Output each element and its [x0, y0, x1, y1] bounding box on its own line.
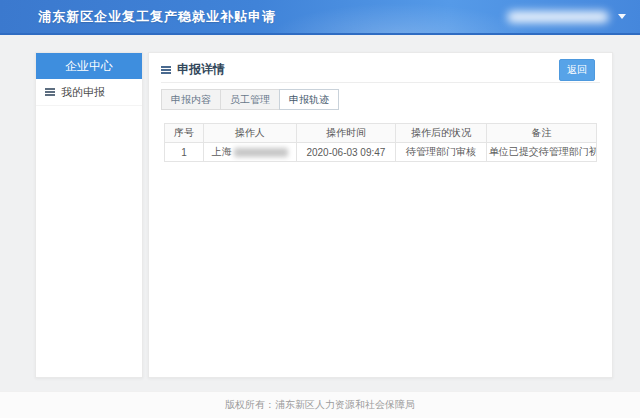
operator-prefix: 上海 [212, 145, 232, 159]
table-row: 1 上海 2020-06-03 09:47 待管理部门审核 单位已提交待管理部门… [165, 143, 597, 162]
page: 浦东新区企业复工复产稳就业补贴申请 企业中心 我的申报 申报详情 返回 申报内容… [0, 0, 640, 418]
sidebar-item-my-declaration[interactable]: 我的申报 [36, 79, 142, 106]
user-menu[interactable] [507, 0, 626, 33]
tab-employee-management[interactable]: 员工管理 [220, 89, 280, 110]
tab-bar: 申报内容 员工管理 申报轨迹 [161, 89, 338, 110]
back-button[interactable]: 返回 [559, 59, 595, 81]
column-header-index: 序号 [165, 124, 204, 143]
tab-declaration-track[interactable]: 申报轨迹 [279, 89, 339, 110]
sidebar: 企业中心 我的申报 [35, 52, 143, 378]
app-header: 浦东新区企业复工复产稳就业补贴申请 [0, 0, 640, 35]
chevron-down-icon [618, 14, 626, 19]
main-panel: 申报详情 返回 申报内容 员工管理 申报轨迹 序号 操作人 操作时间 操作后的状… [148, 52, 613, 378]
column-header-operator: 操作人 [203, 124, 296, 143]
cell-time: 2020-06-03 09:47 [296, 143, 395, 162]
table-header-row: 序号 操作人 操作时间 操作后的状况 备注 [165, 124, 597, 143]
page-title-label: 申报详情 [177, 61, 225, 78]
operator-name-redacted [234, 148, 288, 157]
cell-remark: 单位已提交待管理部门初审 [486, 143, 596, 162]
cell-operator: 上海 [203, 143, 296, 162]
page-title: 申报详情 [161, 61, 225, 78]
detail-list-icon [161, 66, 171, 74]
list-icon [45, 88, 55, 96]
main-panel-header: 申报详情 返回 [161, 53, 600, 83]
app-title: 浦东新区企业复工复产稳就业补贴申请 [38, 0, 276, 33]
declaration-track-table: 序号 操作人 操作时间 操作后的状况 备注 1 上海 2020 [164, 123, 597, 162]
sidebar-item-label: 我的申报 [61, 85, 105, 100]
column-header-status: 操作后的状况 [396, 124, 487, 143]
column-header-remark: 备注 [486, 124, 596, 143]
column-header-time: 操作时间 [296, 124, 395, 143]
tab-declaration-content[interactable]: 申报内容 [161, 89, 221, 110]
sidebar-section-enterprise-center[interactable]: 企业中心 [36, 53, 142, 79]
copyright-text: 版权所有：浦东新区人力资源和社会保障局 [225, 399, 415, 410]
user-name-redacted [507, 11, 609, 23]
cell-status: 待管理部门审核 [396, 143, 487, 162]
cell-index: 1 [165, 143, 204, 162]
footer: 版权所有：浦东新区人力资源和社会保障局 [0, 391, 640, 418]
